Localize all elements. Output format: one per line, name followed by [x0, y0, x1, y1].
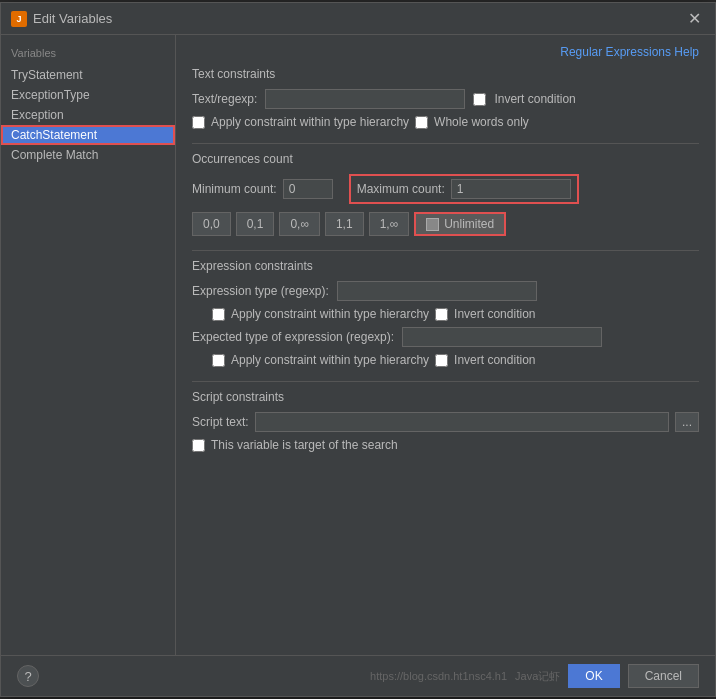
expected-apply-constraint-row: Apply constraint within type hierarchy I… [212, 353, 699, 367]
title-bar: J Edit Variables ✕ [1, 3, 715, 35]
unlimited-button[interactable]: Unlimited [414, 212, 506, 236]
expr-apply-constraint-label: Apply constraint within type hierarchy [231, 307, 429, 321]
presets-row: 0,0 0,1 0,∞ 1,1 1,∞ Unlimited [192, 212, 699, 236]
text-regexp-label: Text/regexp: [192, 92, 257, 106]
apply-constraint-label: Apply constraint within type hierarchy [211, 115, 409, 129]
main-content: Regular Expressions Help Text constraint… [176, 35, 715, 655]
sidebar-item-exception[interactable]: Exception [1, 105, 175, 125]
expected-apply-constraint-checkbox[interactable] [212, 354, 225, 367]
unlimited-label: Unlimited [444, 217, 494, 231]
invert-condition-checkbox-text[interactable] [473, 93, 486, 106]
script-text-input[interactable] [255, 412, 669, 432]
cancel-button[interactable]: Cancel [628, 664, 699, 688]
script-text-label: Script text: [192, 415, 249, 429]
expected-type-row: Expected type of expression (regexp): [192, 327, 699, 347]
expr-apply-constraint-row: Apply constraint within type hierarchy I… [212, 307, 699, 321]
script-constraints-section: Script constraints Script text: ... This… [192, 390, 699, 452]
occurrences-section: Occurrences count Minimum count: Maximum… [192, 152, 699, 236]
min-count-group: Minimum count: [192, 179, 333, 199]
regular-expressions-help-link[interactable]: Regular Expressions Help [560, 45, 699, 59]
preset-0-inf-button[interactable]: 0,∞ [279, 212, 320, 236]
expected-invert-condition-checkbox[interactable] [435, 354, 448, 367]
unlimited-checkbox-icon [426, 218, 439, 231]
sidebar-item-complete-match[interactable]: Complete Match [1, 145, 175, 165]
script-text-row: Script text: ... [192, 412, 699, 432]
ok-button[interactable]: OK [568, 664, 619, 688]
invert-condition-label-text: Invert condition [494, 92, 575, 106]
divider-2 [192, 250, 699, 251]
watermark2: Java记虾 [515, 669, 560, 684]
expected-type-label: Expected type of expression (regexp): [192, 330, 394, 344]
expected-invert-condition-label: Invert condition [454, 353, 535, 367]
expr-invert-condition-checkbox[interactable] [435, 308, 448, 321]
divider-1 [192, 143, 699, 144]
apply-constraint-row: Apply constraint within type hierarchy W… [192, 115, 699, 129]
min-count-input[interactable] [283, 179, 333, 199]
whole-words-label: Whole words only [434, 115, 529, 129]
sidebar-item-try-statement[interactable]: TryStatement [1, 65, 175, 85]
sidebar-section-label: Variables [1, 43, 175, 65]
title-bar-left: J Edit Variables [11, 11, 112, 27]
sidebar: Variables TryStatement ExceptionType Exc… [1, 35, 176, 655]
expr-type-row: Expression type (regexp): [192, 281, 699, 301]
help-button[interactable]: ? [17, 665, 39, 687]
expr-type-input[interactable] [337, 281, 537, 301]
preset-0-0-button[interactable]: 0,0 [192, 212, 231, 236]
expected-type-input[interactable] [402, 327, 602, 347]
max-count-group: Maximum count: [349, 174, 579, 204]
app-icon: J [11, 11, 27, 27]
close-button[interactable]: ✕ [684, 9, 705, 28]
script-constraints-title: Script constraints [192, 390, 699, 404]
expected-apply-constraint-label: Apply constraint within type hierarchy [231, 353, 429, 367]
text-regexp-input[interactable] [265, 89, 465, 109]
occurrences-count-row: Minimum count: Maximum count: [192, 174, 699, 204]
search-target-label: This variable is target of the search [211, 438, 398, 452]
occurrences-title: Occurrences count [192, 152, 699, 166]
text-constraints-title: Text constraints [192, 67, 699, 81]
edit-variables-dialog: J Edit Variables ✕ Variables TryStatemen… [0, 2, 716, 697]
search-target-row: This variable is target of the search [192, 438, 699, 452]
text-regexp-row: Text/regexp: Invert condition [192, 89, 699, 109]
divider-3 [192, 381, 699, 382]
preset-1-inf-button[interactable]: 1,∞ [369, 212, 410, 236]
bottom-bar: ? https://blog.csdn.ht1nsc4.h1 Java记虾 OK… [1, 655, 715, 696]
bottom-right: https://blog.csdn.ht1nsc4.h1 Java记虾 OK C… [370, 664, 699, 688]
expr-invert-condition-label: Invert condition [454, 307, 535, 321]
script-dots-button[interactable]: ... [675, 412, 699, 432]
max-count-label: Maximum count: [357, 182, 445, 196]
dialog-title: Edit Variables [33, 11, 112, 26]
max-count-input[interactable] [451, 179, 571, 199]
apply-constraint-checkbox[interactable] [192, 116, 205, 129]
search-target-checkbox[interactable] [192, 439, 205, 452]
sidebar-item-catch-statement[interactable]: CatchStatement [1, 125, 175, 145]
dialog-body: Variables TryStatement ExceptionType Exc… [1, 35, 715, 655]
whole-words-checkbox[interactable] [415, 116, 428, 129]
sidebar-item-exception-type[interactable]: ExceptionType [1, 85, 175, 105]
min-count-label: Minimum count: [192, 182, 277, 196]
expr-type-label: Expression type (regexp): [192, 284, 329, 298]
watermark: https://blog.csdn.ht1nsc4.h1 [370, 670, 507, 682]
expr-apply-constraint-checkbox[interactable] [212, 308, 225, 321]
preset-0-1-button[interactable]: 0,1 [236, 212, 275, 236]
reg-help-row: Regular Expressions Help [192, 45, 699, 59]
preset-1-1-button[interactable]: 1,1 [325, 212, 364, 236]
expression-constraints-title: Expression constraints [192, 259, 699, 273]
expression-constraints-section: Expression constraints Expression type (… [192, 259, 699, 367]
text-constraints-section: Text constraints Text/regexp: Invert con… [192, 67, 699, 129]
